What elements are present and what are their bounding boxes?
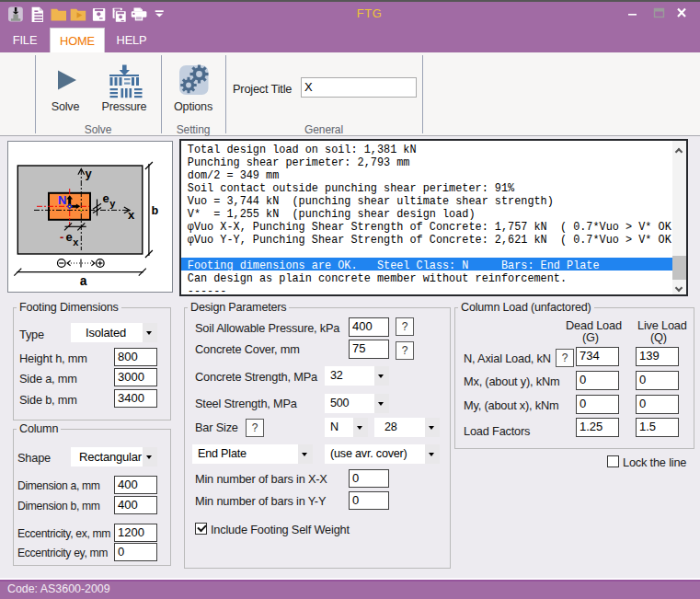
svg-text:N: N (58, 193, 66, 207)
svg-text:e: e (103, 191, 109, 205)
svg-text:x: x (128, 208, 135, 222)
svg-text:x: x (73, 236, 79, 248)
svg-text:e: e (66, 230, 73, 244)
svg-text:-: - (60, 230, 63, 244)
svg-text:y: y (86, 167, 93, 180)
svg-text:b: b (152, 204, 159, 218)
svg-text:y: y (109, 198, 116, 209)
svg-text:a: a (80, 274, 88, 289)
